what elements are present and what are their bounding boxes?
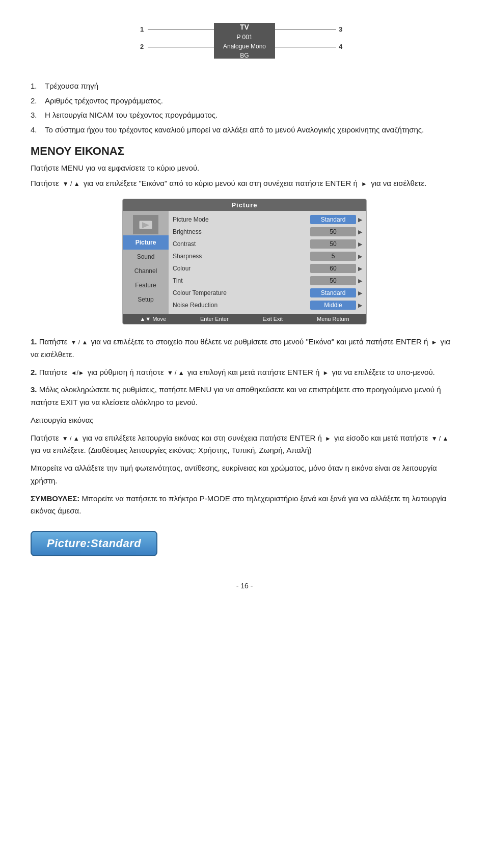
function-extra: Μπορείτε να αλλάξετε την τιμή φωτεινότητ… xyxy=(31,462,458,487)
menu-bottom-enter: Enter Enter xyxy=(200,316,229,322)
instruction-3: 3. Μόλις ολοκληρώσετε τις ρυθμίσεις, πατ… xyxy=(31,384,458,409)
menu-row-4: Colour 60 ▶ xyxy=(169,263,366,274)
list-num-2: 2. xyxy=(31,95,45,107)
picture-standard-btn-container: Picture:Standard xyxy=(31,523,458,566)
menu-value-1: 50 xyxy=(310,227,356,236)
section-heading: ΜΕΝΟΥ ΕΙΚΟΝΑΣ xyxy=(31,145,458,158)
move-label: Move xyxy=(152,316,166,322)
menu-value-3: 5 xyxy=(310,252,356,261)
menu-arrow-3: ▶ xyxy=(358,253,362,260)
menu-row-2: Contrast 50 ▶ xyxy=(169,238,366,250)
section-intro-2: Πατήστε ▼ / ▲ για να επιλέξετε "Εικόνα" … xyxy=(31,177,458,189)
instr2-text-mid: για ρύθμιση ή πατήστε xyxy=(88,368,164,376)
diagram-line-3 xyxy=(275,30,336,30)
menu-label-1: Brightness xyxy=(173,228,310,235)
menu-bottom-bar: ▲▼ Move Enter Enter Exit Exit Menu Retur… xyxy=(123,314,366,324)
menu-row-7: Noise Reduction Middle ▶ xyxy=(169,300,366,311)
list-item-2: 2. Αριθμός τρέχοντος προγράμματος. xyxy=(31,95,458,107)
enter-label: Enter xyxy=(215,316,228,322)
menu-row-0: Picture Mode Standard ▶ xyxy=(169,214,366,225)
sidebar-item-sound[interactable]: Sound xyxy=(123,250,169,264)
menu-row-6: Colour Temperature Standard ▶ xyxy=(169,287,366,299)
menu-label-6: Colour Temperature xyxy=(173,289,310,296)
menu-value-7: Middle xyxy=(310,301,356,310)
menu-row-5: Tint 50 ▶ xyxy=(169,275,366,286)
menu-value-6: Standard xyxy=(310,288,356,297)
list-num-3: 3. xyxy=(31,110,45,121)
instr2-num: 2. xyxy=(31,368,37,376)
picture-standard-button[interactable]: Picture:Standard xyxy=(31,531,157,556)
menu-value-2: 50 xyxy=(310,239,356,249)
diagram-label-1: 1 xyxy=(140,25,144,33)
menu-top-bar: Picture xyxy=(123,199,366,211)
menu-label-3: Sharpness xyxy=(173,253,310,260)
instr3-text: Μόλις ολοκληρώσετε τις ρυθμίσεις, πατήστ… xyxy=(31,385,441,406)
instr3-num: 3. xyxy=(31,385,37,394)
menu-value-4: 60 xyxy=(310,264,356,273)
func-mid: για να επιλέξετε λειτουργία εικόνας και … xyxy=(83,433,322,442)
instruction-2: 2. Πατήστε ◄/► για ρύθμιση ή πατήστε ▼ /… xyxy=(31,366,458,379)
tip-paragraph: ΣΥΜΒΟΥΛΕΣ: Μπορείτε να πατήσετε το πλήκτ… xyxy=(31,493,458,518)
instr2-arrows-lr-icon: ◄/► xyxy=(71,369,85,376)
func-pre: Πατήστε xyxy=(31,433,59,442)
instr2-arrow-right-icon: ► xyxy=(323,369,329,376)
menu-value-5: 50 xyxy=(310,276,356,285)
top-numbered-list: 1. Τρέχουσα πηγή 2. Αριθμός τρέχοντος πρ… xyxy=(31,80,458,135)
menu-arrow-4: ▶ xyxy=(358,265,362,272)
menu-body: Picture Sound Channel Feature Setup Pict… xyxy=(123,211,366,314)
instr1-num: 1. xyxy=(31,337,37,346)
instr1-text-mid: για να επιλέξετε το στοιχείο που θέλετε … xyxy=(91,337,428,346)
intro2-pre: Πατήστε xyxy=(31,179,59,187)
instr2-text-end: για να επιλέξετε το υπο-μενού. xyxy=(332,368,435,376)
diagram-label-3: 3 xyxy=(339,25,342,33)
menu-label-5: Tint xyxy=(173,277,310,284)
menu-label-7: Noise Reduction xyxy=(173,302,310,309)
diagram-container: 1 2 3 4 TV P 001 Analogue Mono BG xyxy=(138,20,351,66)
sidebar-item-feature[interactable]: Feature xyxy=(123,278,169,292)
list-item-3: 3. Η λειτουργία NICAM του τρέχοντος προγ… xyxy=(31,110,458,121)
intro2-arrows-icon: ▼ / ▲ xyxy=(63,180,80,187)
menu-row-3: Sharpness 5 ▶ xyxy=(169,251,366,262)
menu-arrow-2: ▶ xyxy=(358,241,362,248)
menu-arrow-1: ▶ xyxy=(358,229,362,235)
menu-row-1: Brightness 50 ▶ xyxy=(169,226,366,237)
function-title: Λειτουργία εικόνας xyxy=(31,414,458,427)
diagram-line-2 xyxy=(148,47,214,47)
instruction-1: 1. Πατήστε ▼ / ▲ για να επιλέξετε το στο… xyxy=(31,336,458,361)
instr1-arrow-right-icon: ► xyxy=(431,339,437,346)
instr2-text-mid2: για επιλογή και μετά πατήστε ENTER ή xyxy=(187,368,320,376)
sidebar-item-channel[interactable]: Channel xyxy=(123,264,169,278)
exit-label: Exit xyxy=(274,316,283,322)
diagram-label-4: 4 xyxy=(339,43,342,50)
intro2-arrow-right-icon: ► xyxy=(361,180,367,187)
tip-text: Μπορείτε να πατήσετε το πλήκτρο P-MODE σ… xyxy=(31,494,446,516)
menu-sidebar-icon xyxy=(133,215,158,234)
menu-arrow-7: ▶ xyxy=(358,302,362,309)
function-text: Πατήστε ▼ / ▲ για να επιλέξετε λειτουργί… xyxy=(31,432,458,457)
diagram-line-4 xyxy=(275,47,336,47)
diagram-label-2: 2 xyxy=(140,43,144,50)
sidebar-item-picture[interactable]: Picture xyxy=(123,235,169,250)
move-icon: ▲▼ xyxy=(140,316,151,322)
instr2-text-pre: Πατήστε xyxy=(39,368,68,376)
enter-icon: Enter xyxy=(200,316,213,322)
exit-icon: Exit xyxy=(262,316,271,322)
menu-value-0: Standard xyxy=(310,215,356,224)
menu-icon: Menu xyxy=(317,316,331,322)
instr2-arrows2-icon: ▼ / ▲ xyxy=(167,369,184,376)
menu-arrow-6: ▶ xyxy=(358,290,362,296)
func-arrow-right-icon: ► xyxy=(325,435,331,442)
func-end: για να επιλέξετε. xyxy=(31,446,86,454)
intro2-end: για να εισέλθετε. xyxy=(371,179,426,187)
instr1-text-pre: Πατήστε xyxy=(39,337,68,346)
tip-label: ΣΥΜΒΟΥΛΕΣ: xyxy=(31,494,79,503)
section-intro-1: Πατήστε MENU για να εμφανίσετε το κύριο … xyxy=(31,162,458,174)
menu-sidebar-items: Picture Sound Channel Feature Setup xyxy=(123,235,169,307)
sidebar-item-setup[interactable]: Setup xyxy=(123,292,169,307)
list-item-1: 1. Τρέχουσα πηγή xyxy=(31,80,458,92)
list-num-1: 1. xyxy=(31,80,45,92)
diagram-section: 1 2 3 4 TV P 001 Analogue Mono BG xyxy=(31,20,458,66)
menu-arrow-0: ▶ xyxy=(358,216,362,223)
menu-bottom-exit: Exit Exit xyxy=(262,316,283,322)
func-arrows-icon: ▼ / ▲ xyxy=(62,435,79,442)
